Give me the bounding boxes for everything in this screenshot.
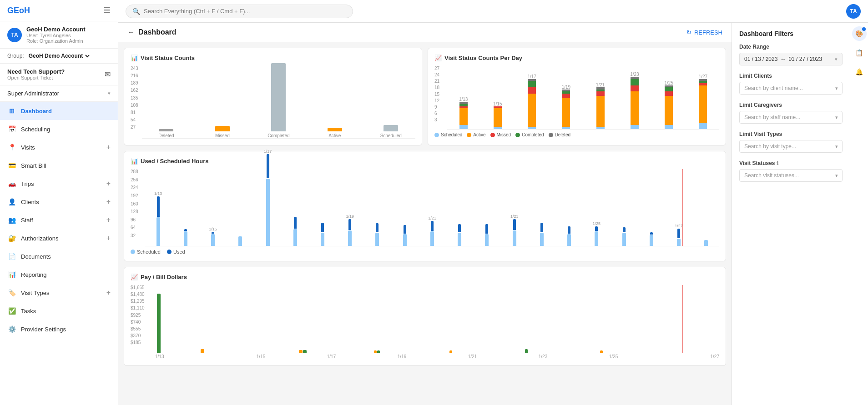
perday-bar-group: 1/19 bbox=[550, 83, 582, 129]
support-subtitle: Open Support Ticket bbox=[7, 75, 65, 80]
nav-plus-visit-types[interactable]: + bbox=[106, 289, 111, 297]
bar-segment bbox=[528, 87, 536, 94]
bar-segment bbox=[631, 79, 639, 85]
perday-bar-group: 1/13 bbox=[447, 95, 479, 129]
sidebar-item-scheduling[interactable]: 📅 Scheduling bbox=[0, 120, 118, 138]
chevron-down-icon: ▾ bbox=[835, 56, 838, 62]
hours-bar-group: 1/25 bbox=[584, 220, 610, 246]
date-range-picker[interactable]: 01 / 13 / 2023 ↔ 01 / 27 / 2023 ▾ bbox=[739, 53, 843, 65]
search-input[interactable] bbox=[144, 8, 346, 15]
bar-segment bbox=[528, 81, 536, 87]
sidebar-item-smart-bill[interactable]: 💳 Smart Bill bbox=[0, 156, 118, 175]
limit-visit-types-filter: Limit Visit Types Search by visit type..… bbox=[739, 131, 843, 153]
visit-statuses-select[interactable]: Search visit statuses... bbox=[739, 169, 843, 182]
dashboard-title: ← Dashboard bbox=[127, 28, 177, 36]
perday-bar-group: 1/21 bbox=[584, 80, 616, 129]
limit-visit-types-label: Limit Visit Types bbox=[739, 131, 843, 137]
nav-item-left: 📄 Documents bbox=[7, 252, 51, 261]
used-bar bbox=[212, 232, 214, 233]
filters-panel: Dashboard Filters Date Range 01 / 13 / 2… bbox=[732, 23, 850, 405]
nav-plus-authorizations[interactable]: + bbox=[106, 234, 111, 242]
topbar: 🔍 TA bbox=[118, 0, 868, 23]
nav-item-left: 🚗 Trips bbox=[7, 179, 34, 188]
date-range-filter: Date Range 01 / 13 / 2023 ↔ 01 / 27 / 20… bbox=[739, 44, 843, 65]
nav-item-left: 📊 Reporting bbox=[7, 270, 46, 279]
bar-segment bbox=[699, 123, 707, 129]
bar-date-label: 1/21 bbox=[428, 216, 436, 220]
bar-chart-icon: 📊 bbox=[131, 55, 138, 61]
used-bar bbox=[376, 223, 378, 232]
hours-bar-group bbox=[474, 222, 500, 246]
nav-label-staff: Staff bbox=[21, 217, 33, 224]
nav-item-left: 👤 Clients bbox=[7, 197, 39, 206]
group-selector[interactable]: Group: GeoH Demo Account bbox=[0, 49, 118, 64]
super-admin-item[interactable]: Super Administrator ▾ bbox=[0, 85, 118, 102]
bar-segment bbox=[494, 108, 502, 127]
used-bar bbox=[540, 223, 543, 232]
nav-plus-clients[interactable]: + bbox=[106, 198, 111, 206]
authorizations-icon: 🔐 bbox=[7, 234, 16, 243]
used-scheduled-title: 📊 Used / Scheduled Hours bbox=[131, 158, 719, 165]
menu-icon[interactable]: ☰ bbox=[103, 5, 111, 15]
document-icon[interactable]: 📋 bbox=[852, 45, 867, 60]
sidebar-item-documents[interactable]: 📄 Documents bbox=[0, 247, 118, 265]
hours-bar-group: 1/13 bbox=[145, 190, 171, 246]
clients-icon: 👤 bbox=[7, 197, 16, 206]
bar-segment bbox=[528, 127, 536, 129]
scheduled-bar bbox=[321, 233, 324, 246]
sidebar-header: GEoH ☰ bbox=[0, 0, 118, 21]
sidebar-user: TA GeoH Demo Account User: Tyrell Angele… bbox=[0, 21, 118, 49]
limit-clients-select[interactable]: Search by client name... bbox=[739, 82, 843, 95]
sidebar-item-staff[interactable]: 👥 Staff + bbox=[0, 211, 118, 229]
staff-icon: 👥 bbox=[7, 215, 16, 225]
sidebar-item-provider-settings[interactable]: ⚙️ Provider Settings bbox=[0, 320, 118, 338]
nav-item-left: 💳 Smart Bill bbox=[7, 161, 46, 170]
back-icon[interactable]: ← bbox=[127, 28, 135, 36]
support-item[interactable]: Need Tech Support? Open Support Ticket ✉ bbox=[0, 64, 118, 85]
nav-plus-trips[interactable]: + bbox=[106, 180, 111, 188]
info-icon: ℹ bbox=[777, 160, 778, 166]
palette-icon[interactable]: 🎨 bbox=[852, 26, 867, 41]
bar-date-label: 1/15 bbox=[493, 101, 502, 106]
sidebar-item-trips[interactable]: 🚗 Trips + bbox=[0, 175, 118, 193]
nav-label-dashboard: Dashboard bbox=[21, 108, 52, 115]
deleted-bar bbox=[159, 129, 173, 131]
bar-segment bbox=[665, 125, 673, 129]
limit-caregivers-select[interactable]: Search by staff name... bbox=[739, 111, 843, 124]
visits-icon: 📍 bbox=[7, 143, 16, 152]
sidebar-item-authorizations[interactable]: 🔐 Authorizations + bbox=[0, 229, 118, 247]
bar-date-label: 1/23 bbox=[510, 214, 519, 219]
date-start: 01 / 13 / 2023 bbox=[744, 56, 777, 62]
search-box[interactable]: 🔍 bbox=[126, 5, 353, 18]
perday-bar-group: 1/27 bbox=[687, 72, 719, 129]
perday-bar-group: 1/23 bbox=[618, 70, 651, 129]
hours-bar-group bbox=[392, 223, 418, 246]
mail-icon: ✉ bbox=[105, 70, 111, 79]
sidebar-item-visit-types[interactable]: 🏷️ Visit Types + bbox=[0, 284, 118, 302]
sidebar-item-tasks[interactable]: ✅ Tasks bbox=[0, 302, 118, 320]
filters-title: Dashboard Filters bbox=[739, 30, 843, 37]
used-bar bbox=[623, 227, 626, 232]
topbar-avatar[interactable]: TA bbox=[846, 4, 861, 19]
sidebar-item-visits[interactable]: 📍 Visits + bbox=[0, 138, 118, 156]
bar-date-label: 1/15 bbox=[209, 227, 217, 231]
nav-plus-staff[interactable]: + bbox=[106, 216, 111, 224]
bell-icon[interactable]: 🔔 bbox=[852, 65, 867, 79]
nav-label-visits: Visits bbox=[21, 144, 35, 151]
scheduled-bar bbox=[485, 234, 489, 246]
hours-bar-group bbox=[227, 234, 253, 246]
sidebar-item-dashboard[interactable]: ⊞ Dashboard bbox=[0, 102, 118, 120]
scheduled-bar bbox=[513, 230, 516, 246]
group-select[interactable]: GeoH Demo Account bbox=[27, 52, 91, 60]
nav-item-left: 📍 Visits bbox=[7, 143, 35, 152]
refresh-button[interactable]: ↻ REFRESH bbox=[686, 29, 722, 36]
sidebar-item-reporting[interactable]: 📊 Reporting bbox=[0, 265, 118, 284]
nav-label-smart-bill: Smart Bill bbox=[21, 162, 46, 169]
super-admin-label: Super Administrator bbox=[7, 90, 59, 97]
scheduled-bar bbox=[293, 229, 297, 246]
nav-plus-visits[interactable]: + bbox=[106, 143, 111, 151]
limit-visit-types-select[interactable]: Search by visit type... bbox=[739, 140, 843, 153]
nav-item-left: 🔐 Authorizations bbox=[7, 234, 58, 243]
sidebar-item-clients[interactable]: 👤 Clients + bbox=[0, 193, 118, 211]
bar-segment bbox=[596, 127, 605, 129]
